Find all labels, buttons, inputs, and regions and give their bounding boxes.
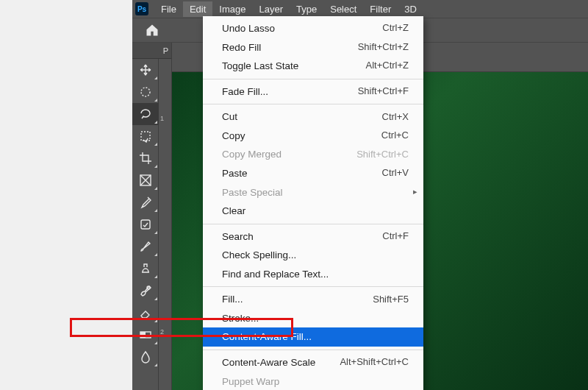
menu-item-label: Content-Aware Fill... [222, 330, 312, 344]
menu-item-label: Copy Merged [222, 147, 282, 162]
menu-item-shortcut: Ctrl+V [382, 166, 409, 180]
menu-item-paste[interactable]: PasteCtrl+V [203, 164, 423, 183]
menu-item-redo-fill[interactable]: Redo FillShift+Ctrl+Z [203, 38, 423, 57]
menu-item-label: Undo Lasso [222, 21, 275, 36]
menu-item-label: Fade Fill... [222, 85, 268, 99]
menu-item-search[interactable]: SearchCtrl+F [203, 227, 423, 247]
menu-item-label: Search [222, 230, 254, 244]
menu-item-paste-special: Paste Special [203, 183, 423, 202]
menu-item-fade-fill[interactable]: Fade Fill...Shift+Ctrl+F [203, 82, 423, 102]
brush-tool-icon[interactable] [132, 235, 159, 258]
menu-item-shortcut: Ctrl+Z [382, 21, 409, 35]
menu-item-label: Puppet Warp [222, 375, 279, 389]
menu-layer[interactable]: Layer [253, 1, 290, 17]
eyedropper-tool-icon[interactable] [132, 191, 159, 213]
home-button[interactable] [132, 18, 172, 42]
menu-item-copy[interactable]: CopyCtrl+C [203, 127, 423, 146]
frame-tool-icon[interactable] [132, 169, 159, 191]
svg-rect-6 [140, 332, 146, 338]
menu-item-puppet-warp: Puppet Warp [203, 372, 423, 390]
menu-item-label: Redo Fill [222, 40, 261, 55]
menu-item-shortcut: Alt+Shift+Ctrl+C [340, 355, 409, 369]
menu-3d[interactable]: 3D [398, 1, 423, 17]
menu-item-fill[interactable]: Fill...Shift+F5 [203, 290, 423, 309]
photoshop-window: Ps File Edit Image Layer Type Select Fil… [132, 0, 588, 390]
menu-item-content-aware-scale[interactable]: Content-Aware ScaleAlt+Shift+Ctrl+C [203, 353, 423, 372]
menu-item-label: Find and Replace Text... [222, 267, 329, 282]
menu-item-shortcut: Shift+Ctrl+F [358, 85, 409, 99]
menu-separator [203, 286, 423, 287]
ruler-tick: 1 [160, 115, 164, 122]
svg-rect-1 [141, 132, 150, 141]
crop-tool-icon[interactable] [132, 147, 159, 169]
menubar: Ps File Edit Image Layer Type Select Fil… [132, 0, 588, 18]
menu-item-check-spelling[interactable]: Check Spelling... [203, 246, 423, 265]
move-tool-icon[interactable] [132, 59, 159, 81]
menu-item-label: Cut [222, 110, 237, 124]
menu-item-label: Clear [222, 204, 245, 219]
menu-edit[interactable]: Edit [183, 1, 212, 17]
menu-file[interactable]: File [154, 1, 183, 17]
toolbar [132, 59, 159, 390]
edit-menu-dropdown: Undo LassoCtrl+ZRedo FillShift+Ctrl+ZTog… [203, 16, 423, 390]
menu-item-shortcut: Shift+Ctrl+Z [358, 40, 409, 54]
menu-item-shortcut: Shift+Ctrl+C [356, 148, 409, 162]
menu-item-copy-merged: Copy MergedShift+Ctrl+C [203, 145, 423, 164]
app-logo-icon: Ps [135, 2, 148, 15]
menu-separator [203, 224, 423, 224]
healing-brush-tool-icon[interactable] [132, 213, 159, 235]
menu-item-shortcut: Alt+Ctrl+Z [365, 59, 409, 73]
eraser-tool-icon[interactable] [132, 302, 159, 324]
menu-select[interactable]: Select [323, 1, 363, 17]
menu-item-label: Check Spelling... [222, 248, 296, 263]
lasso-tool-icon[interactable] [132, 103, 159, 125]
menu-item-clear[interactable]: Clear [203, 202, 423, 221]
ruler-tick: 2 [160, 328, 164, 336]
menu-type[interactable]: Type [290, 1, 323, 17]
menu-item-label: Paste Special [222, 185, 283, 200]
menu-item-shortcut: Ctrl+F [382, 230, 409, 244]
menu-separator [203, 350, 423, 350]
quick-select-tool-icon[interactable] [132, 125, 159, 147]
menu-item-shortcut: Ctrl+C [381, 129, 409, 143]
menu-item-cut[interactable]: CutCtrl+X [203, 107, 423, 127]
menu-item-label: Copy [222, 129, 245, 143]
marquee-tool-icon[interactable] [132, 81, 159, 103]
menu-item-undo-lasso[interactable]: Undo LassoCtrl+Z [203, 19, 423, 38]
gradient-tool-icon[interactable] [132, 324, 159, 346]
menu-separator [203, 79, 423, 79]
menu-item-label: Toggle Last State [222, 59, 298, 74]
menu-separator [203, 104, 423, 104]
ruler-vertical: 1 2 [159, 72, 172, 390]
menu-item-content-aware-fill[interactable]: Content-Aware Fill... [203, 327, 423, 347]
panel-tab[interactable]: P [132, 43, 171, 59]
menu-image[interactable]: Image [212, 1, 252, 17]
menu-item-label: Stroke... [222, 311, 259, 326]
svg-rect-3 [141, 220, 150, 229]
menu-item-find-and-replace-text[interactable]: Find and Replace Text... [203, 265, 423, 284]
menu-item-toggle-last-state[interactable]: Toggle Last StateAlt+Ctrl+Z [203, 57, 423, 76]
menu-item-shortcut: Shift+F5 [373, 293, 409, 307]
home-icon [145, 23, 159, 38]
history-brush-tool-icon[interactable] [132, 280, 159, 302]
menu-item-stroke[interactable]: Stroke... [203, 309, 423, 328]
menu-filter[interactable]: Filter [363, 1, 398, 17]
blur-tool-icon[interactable] [132, 346, 159, 368]
svg-point-0 [141, 88, 150, 96]
clone-stamp-tool-icon[interactable] [132, 258, 159, 280]
menu-item-shortcut: Ctrl+X [382, 110, 409, 124]
menu-item-label: Fill... [222, 292, 243, 307]
menu-item-label: Content-Aware Scale [222, 355, 315, 370]
menu-item-label: Paste [222, 166, 248, 181]
